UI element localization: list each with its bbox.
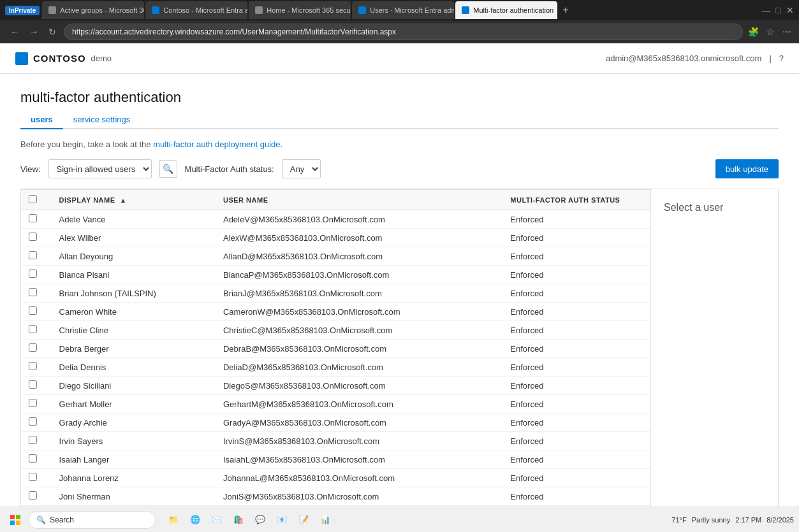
col-username-header[interactable]: USER NAME [216,190,502,210]
bulk-update-button[interactable]: bulk update [715,159,779,178]
select-all-checkbox[interactable] [29,195,37,203]
favorites-icon[interactable]: ☆ [766,27,775,37]
taskbar-app-store[interactable]: 🛍️ [228,510,249,530]
col-display-name-header[interactable]: DISPLAY NAME ▲ [52,190,216,210]
back-button[interactable]: ← [8,25,22,38]
row-checkbox-cell[interactable] [21,266,52,284]
table-row[interactable]: Johanna Lorenz JohannaL@M365x85368103.On… [21,469,650,487]
search-button[interactable]: 🔍 [159,160,177,178]
taskbar-app-edge[interactable]: 🌐 [185,510,205,530]
tab-contoso[interactable]: Contoso - Microsoft Entra admi... ✕ [145,1,247,19]
row-checkbox[interactable] [29,251,37,259]
table-row[interactable]: Diego Siciliani DiegoS@M365x85368103.OnM… [21,377,650,395]
row-checkbox[interactable] [29,233,37,241]
table-row[interactable]: Joni Sherman JoniS@M365x85368103.OnMicro… [21,487,650,506]
table-row[interactable]: Grady Archie GradyA@M365x85368103.OnMicr… [21,413,650,432]
tab-mfa[interactable]: Multi-factor authentication ✕ [455,1,557,19]
row-checkbox-cell[interactable] [21,413,52,432]
svg-rect-0 [10,515,15,519]
page-title: multi-factor authentication [20,89,779,106]
row-checkbox-cell[interactable] [21,432,52,450]
row-checkbox-cell[interactable] [21,247,52,266]
row-checkbox-cell[interactable] [21,321,52,340]
col-mfa-header[interactable]: MULTI-FACTOR AUTH STATUS [502,190,650,210]
row-checkbox-cell[interactable] [21,340,52,358]
row-checkbox[interactable] [29,417,37,426]
row-checkbox[interactable] [29,288,37,296]
taskbar-app-excel[interactable]: 📊 [315,510,335,530]
maximize-icon[interactable]: □ [776,5,781,15]
select-user-panel: Select a user [650,189,778,532]
table-row[interactable]: Debra Berger DebraB@M365x85368103.OnMicr… [21,340,650,358]
settings-icon[interactable]: ⋯ [782,27,791,37]
row-checkbox-cell[interactable] [21,358,52,377]
row-checkbox-cell[interactable] [21,487,52,506]
row-checkbox-cell[interactable] [21,377,52,395]
table-container: DISPLAY NAME ▲ USER NAME MULTI-FACTOR AU… [20,189,779,532]
row-checkbox[interactable] [29,399,37,407]
taskbar-app-teams[interactable]: 💬 [250,510,270,530]
mfa-status-select[interactable]: Any [282,159,321,178]
row-mfa-status: Enforced [502,321,650,340]
row-checkbox[interactable] [29,343,37,352]
table-row[interactable]: Cameron White CameronW@M365x85368103.OnM… [21,303,650,321]
row-checkbox-cell[interactable] [21,395,52,413]
tab-favicon-2 [152,6,159,14]
row-checkbox-cell[interactable] [21,284,52,303]
address-bar: ← → ↻ 🧩 ☆ ⋯ [0,20,799,43]
row-mfa-status: Enforced [502,303,650,321]
refresh-button[interactable]: ↻ [46,25,59,38]
row-display-name: Christie Cline [52,321,216,340]
table-row[interactable]: Delia Dennis DeliaD@M365x85368103.OnMicr… [21,358,650,377]
address-input[interactable] [64,24,743,40]
close-icon[interactable]: ✕ [786,5,794,15]
row-checkbox[interactable] [29,306,37,315]
taskbar-app-word[interactable]: 📝 [293,510,314,530]
row-user-name: AdeleV@M365x85368103.OnMicrosoft.com [216,210,502,229]
row-checkbox[interactable] [29,436,37,444]
table-row[interactable]: Brian Johnson (TAILSPIN) BrianJ@M365x853… [21,284,650,303]
inprivate-badge: InPrivate [5,6,40,15]
tab-active-groups[interactable]: Active groups - Microsoft 365 ... ✕ [42,1,144,19]
row-checkbox-cell[interactable] [21,229,52,247]
row-checkbox[interactable] [29,454,37,463]
help-icon[interactable]: ? [779,54,784,63]
table-row[interactable]: Irvin Sayers IrvinS@M365x85368103.OnMicr… [21,432,650,450]
row-display-name: Alex Wilber [52,229,216,247]
new-tab-button[interactable]: + [559,4,572,16]
row-checkbox[interactable] [29,473,37,481]
info-text: Before you begin, take a look at the mul… [20,140,779,149]
row-checkbox[interactable] [29,270,37,278]
tab-service-settings[interactable]: service settings [63,111,141,129]
row-checkbox-cell[interactable] [21,469,52,487]
taskbar-app-files[interactable]: 📁 [163,510,184,530]
tab-home-security[interactable]: Home - Microsoft 365 security ✕ [249,1,351,19]
row-mfa-status: Enforced [502,469,650,487]
table-row[interactable]: Allan Deyoung AllanD@M365x85368103.OnMic… [21,247,650,266]
table-row[interactable]: Gerhart Moller GerhartM@M365x85368103.On… [21,395,650,413]
row-checkbox-cell[interactable] [21,303,52,321]
row-checkbox-cell[interactable] [21,210,52,229]
forward-button[interactable]: → [27,25,41,38]
row-checkbox[interactable] [29,214,37,222]
row-checkbox-cell[interactable] [21,450,52,469]
table-row[interactable]: Alex Wilber AlexW@M365x85368103.OnMicros… [21,229,650,247]
view-select[interactable]: Sign-in allowed users [48,159,152,178]
table-row[interactable]: Christie Cline ChristieC@M365x85368103.O… [21,321,650,340]
deployment-guide-link[interactable]: multi-factor auth deployment guide [153,140,280,149]
table-row[interactable]: Isaiah Langer IsaiahL@M365x85368103.OnMi… [21,450,650,469]
table-row[interactable]: Bianca Pisani BiancaP@M365x85368103.OnMi… [21,266,650,284]
row-checkbox[interactable] [29,362,37,370]
row-checkbox[interactable] [29,325,37,333]
row-checkbox[interactable] [29,491,37,500]
row-checkbox[interactable] [29,380,37,389]
tab-users[interactable]: users [20,111,63,129]
taskbar-search-box[interactable]: 🔍 Search [28,511,156,529]
taskbar-app-mail[interactable]: ✉️ [207,510,227,530]
tab-users[interactable]: Users · Microsoft Entra admin r... ✕ [352,1,454,19]
minimize-icon[interactable]: — [762,5,771,15]
start-button[interactable] [5,510,26,530]
extensions-icon[interactable]: 🧩 [748,27,759,37]
taskbar-app-outlook[interactable]: 📧 [272,510,292,530]
table-row[interactable]: Adele Vance AdeleV@M365x85368103.OnMicro… [21,210,650,229]
